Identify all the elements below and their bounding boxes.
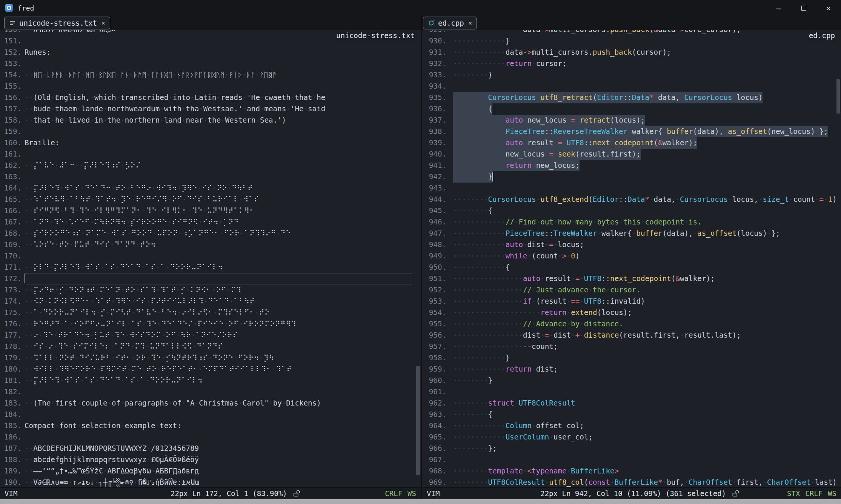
line-content <box>25 81 413 92</box>
whitespace-dot: · <box>453 421 458 430</box>
code-line[interactable]: 154.··ᚻᛖ·ᚳᚹᚫᚦ·ᚦᚫᛏ·ᚻᛖ·ᛒᚢᛞᛖ·ᚩᚾ·ᚦᚫᛗ·ᛚᚪᚾᛞᛖ·ᚾ… <box>0 69 421 81</box>
line-content: ··⠎⠊⠛⠝⠫·⠃⠹·⠹⠑·⠊⠇⠻⠛⠹⠍⠁⠝⠂·⠹⠑·⠊⠇⠻⠅⠂·⠹⠑·⠥⠝⠙⠻… <box>25 205 413 217</box>
code-line[interactable]: 168.··⡎⠊⠗⠕⠕⠛⠑⠰⠎·⠝⠁⠍⠑·⠺⠁⠎·⠛⠕⠕⠙·⠥⠏⠕⠝·⠰⡡⠁⠝⠛… <box>0 228 421 239</box>
code-line[interactable]: 190.··∀∂∈ℝ∧∪≡∞·↑↗↨↻⇣·┐┼╔╘░►☺♀·ﬁ�⑀₂ἠḂӥẄɐː… <box>0 477 421 487</box>
code-line[interactable]: 965.············UserColumn·user_col; <box>422 432 841 443</box>
code-line[interactable]: 951.················auto·result·=·UTF8::… <box>422 273 841 284</box>
code-line[interactable]: 179.··⠩⠁⠇⠇·⠝⠕⠞·⠙⠊⠌⠥⠗⠃·⠊⠞⠂·⠕⠗·⠹⠑·⡊⠳⠝⠞⠗⠹⠰⠎… <box>0 352 421 364</box>
code-line[interactable]: 967. <box>422 454 841 466</box>
code-line[interactable]: 157.··bude·thaem·lande·northweardum·with… <box>0 103 421 115</box>
code-line[interactable]: 170. <box>0 250 421 262</box>
code-line[interactable]: 177.··⠔·⠹⠑·⠞⠗⠁⠙⠑⠲·⡃⠥⠞·⠹⠑·⠺⠊⠎⠙⠕⠍·⠕⠋·⠳⠗·⠁⠝… <box>0 330 421 341</box>
code-line[interactable]: 947.············PieceTree::TreeWalker·wa… <box>422 228 841 239</box>
code-line[interactable]: 952.················//·Just·advance·the·… <box>422 284 841 296</box>
whitespace-dot: · <box>29 116 34 124</box>
code-line[interactable]: 186. <box>0 432 421 443</box>
code-line[interactable]: 966.········}; <box>422 443 841 454</box>
code-line[interactable]: 176.··⠗⠑⠛⠜⠙·⠁·⠊⠕⠋⠋⠔⠤⠝⠁⠊⠇·⠁⠎·⠹⠑·⠙⠑⠁⠙⠑⠌·⠏⠊… <box>0 318 421 330</box>
code-line[interactable]: 959.············return·dist; <box>422 364 841 375</box>
code-line[interactable]: 175.··⠁·⠙⠕⠕⠗⠤⠝⠁⠊⠇⠲·⡊·⠍⠊⠣⠞·⠙⠁⠧⠑·⠃⠑⠲·⠔⠊⠇⠔⠫… <box>0 307 421 318</box>
code-line[interactable]: 929.················data->multi_cursors.… <box>422 30 841 35</box>
code-line[interactable]: 173.··⡍⠔⠙⠖·⡊·⠙⠕⠝⠰⠞·⠍⠑⠁⠝·⠞⠕·⠎⠁⠹·⠹⠁⠞·⡊·⠅⠝⠪… <box>0 284 421 296</box>
right-scrollbar-thumb[interactable] <box>836 79 840 114</box>
code-line[interactable]: 159. <box>0 126 421 137</box>
code-line[interactable]: 936.········{ <box>422 103 841 115</box>
code-line[interactable]: 933.········} <box>422 69 841 81</box>
code-line[interactable]: 950.············{ <box>422 262 841 273</box>
code-line[interactable]: 161. <box>0 149 421 160</box>
code-line[interactable]: 939.············auto·result·=·UTF8::next… <box>422 137 841 149</box>
code-line[interactable]: 158.··that·he·lived·in·the·northern·land… <box>0 115 421 126</box>
code-line[interactable]: 189.··–—‘“”„†•…‰™œŠŸž€·ΑΒΓΔΩαβγδω·АБВГДа… <box>0 466 421 477</box>
code-line[interactable]: 169.··⠡⠕⠎⠑·⠞⠕·⠏⠥⠞·⠙⠊⠎·⠙⠁⠝⠙·⠞⠕⠲ <box>0 239 421 250</box>
code-line[interactable]: 960.········} <box>422 375 841 386</box>
code-line[interactable]: 945.········{ <box>422 205 841 217</box>
minimize-button[interactable]: – <box>766 0 791 16</box>
code-line[interactable]: 187.··ABCDEFGHIJKLMNOPQRSTUVWXYZ·/012345… <box>0 443 421 454</box>
right-scrollbar[interactable] <box>836 30 841 487</box>
left-scrollbar[interactable] <box>415 30 421 487</box>
unlock-icon[interactable] <box>732 490 740 497</box>
code-line[interactable]: 165.··⠱⠁⠞⠑⠧⠻·⠁⠃⠳⠞·⠹⠁⠞⠲·⡹⠑·⠗⠑⠛⠊⠌⠻·⠕⠋·⠙⠊⠎·… <box>0 194 421 205</box>
code-line[interactable]: 946.············//·Find·out·how·many·byt… <box>422 217 841 228</box>
code-line[interactable]: 174.··⠪⠝·⠅⠝⠪⠇⠫⠛⠑⠂·⠱⠁⠞·⠹⠻⠑·⠊⠎·⠏⠜⠞⠊⠊⠥⠇⠜⠇⠹·… <box>0 296 421 307</box>
code-line[interactable]: 961. <box>422 386 841 398</box>
code-line[interactable]: 935.········CursorLocus·utf8_retract(Edi… <box>422 92 841 103</box>
tab-close-icon[interactable]: ✕ <box>101 19 105 26</box>
left-scrollbar-thumb[interactable] <box>416 366 420 475</box>
code-line[interactable]: 954.····················return·extend(lo… <box>422 307 841 318</box>
left-editor[interactable]: 150.··እግርህን·በፍራሽህ·ልክ·ዘርጋ።151.152.Runes:1… <box>0 30 421 487</box>
code-line[interactable]: 941.············return·new_locus; <box>422 160 841 171</box>
code-line[interactable]: 934. <box>422 81 841 92</box>
tab-unicode-stress-txt[interactable]: unicode-stress.txt ✕ <box>4 17 110 29</box>
code-line[interactable]: 958.············} <box>422 352 841 364</box>
code-line[interactable]: 166.··⠎⠊⠛⠝⠫·⠃⠹·⠹⠑·⠊⠇⠻⠛⠹⠍⠁⠝⠂·⠹⠑·⠊⠇⠻⠅⠂·⠹⠑·… <box>0 205 421 217</box>
code-line[interactable]: 183.··(The·first·couple·of·paragraphs·of… <box>0 398 421 409</box>
code-line[interactable]: 164.··⡍⠜⠇⠑⠹·⠺⠁⠎·⠙⠑⠁⠙⠒·⠞⠕·⠃⠑⠛⠔·⠺⠊⠹⠲·⡹⠻⠑·⠊… <box>0 183 421 194</box>
code-line[interactable]: 968.········template·<typename·BufferLik… <box>422 466 841 477</box>
right-editor[interactable]: 929.················data->multi_cursors.… <box>422 30 841 487</box>
code-line[interactable]: 956.················dist·=·dist·+·distan… <box>422 330 841 341</box>
code-line[interactable]: 182. <box>0 386 421 398</box>
code-line[interactable]: 185.Compact·font·selection·example·text: <box>0 420 421 432</box>
code-line[interactable]: 184. <box>0 409 421 420</box>
code-line[interactable]: 957.················--count; <box>422 341 841 352</box>
code-line[interactable]: 172. <box>0 273 421 284</box>
code-line[interactable]: 932.············return·cursor; <box>422 58 841 69</box>
code-line[interactable]: 171.··⡕⠇⠙·⡍⠜⠇⠑⠹·⠺⠁⠎·⠁⠎·⠙⠑⠁⠙·⠁⠎·⠁·⠙⠕⠕⠗⠤⠝⠁… <box>0 262 421 273</box>
code-line[interactable]: 937.············auto·new_locus·=·retract… <box>422 115 841 126</box>
maximize-button[interactable] <box>791 0 816 16</box>
code-line[interactable]: 962.········struct·UTF8ColResult <box>422 398 841 409</box>
code-line[interactable]: 155. <box>0 81 421 92</box>
code-line[interactable]: 948.············auto·dist·=·locus; <box>422 239 841 250</box>
tab-close-icon[interactable]: ✕ <box>469 19 472 26</box>
code-line[interactable]: 156.··(Old·English,·which·transcribed·in… <box>0 92 421 103</box>
code-line[interactable]: 940.············new_locus·=·seek(result.… <box>422 149 841 160</box>
code-line[interactable]: 953.················if·(result·==·UTF8::… <box>422 296 841 307</box>
code-line[interactable]: 944.········CursorLocus·utf8_extend(Edit… <box>422 194 841 205</box>
unlock-icon[interactable] <box>293 490 301 497</box>
code-line[interactable]: 163. <box>0 171 421 183</box>
code-line[interactable]: 180.··⠺⠊⠇⠇·⠹⠻⠑⠋⠕⠗⠑·⠏⠻⠍⠊⠞·⠍⠑·⠞⠕·⠗⠑⠏⠑⠁⠞⠂·⠑… <box>0 364 421 375</box>
code-line[interactable]: 964.············Column·offset_col; <box>422 420 841 432</box>
code-line[interactable]: 181.··⡍⠜⠇⠑⠹·⠺⠁⠎·⠁⠎·⠙⠑⠁⠙·⠁⠎·⠁·⠙⠕⠕⠗⠤⠝⠁⠊⠇⠲ <box>0 375 421 386</box>
close-button[interactable]: ✕ <box>816 0 841 16</box>
code-line[interactable]: 949.············while·(count·>·0) <box>422 250 841 262</box>
code-line[interactable]: 955.················//·Advance·by·distan… <box>422 318 841 330</box>
code-line[interactable]: 167.··⠁⠝⠙·⠹⠑·⠡⠊⠑⠋·⠍⠳⠗⠝⠻⠲·⡎⠊⠗⠕⠕⠛⠑·⠎⠊⠛⠝⠫·⠊… <box>0 217 421 228</box>
code-line[interactable]: 188.··abcdefghijklmnopqrstuvwxyz·£©µÀÆÖÞ… <box>0 454 421 466</box>
code-line[interactable]: 969.········UTF8ColResult·utf8_col(const… <box>422 477 841 487</box>
code-line[interactable]: 153. <box>0 58 421 69</box>
code-line[interactable]: 963.········{ <box>422 409 841 420</box>
code-line[interactable]: 931.············data->multi_cursors.push… <box>422 47 841 58</box>
code-line[interactable]: 930.············} <box>422 35 841 47</box>
code-line[interactable]: 162.··⡌⠁⠧⠑·⠼⠁⠒··⡍⠜⠇⠑⠹⠰⠎·⡣⠕⠌ <box>0 160 421 171</box>
code-line[interactable]: 152.Runes: <box>0 47 421 58</box>
code-line[interactable]: 160.Braille: <box>0 137 421 149</box>
code-line[interactable]: 943. <box>422 183 841 194</box>
whitespace-dot: · <box>484 410 488 419</box>
code-line[interactable]: 942.········} <box>422 171 841 183</box>
code-line[interactable]: 938.············PieceTree::ReverseTreeWa… <box>422 126 841 137</box>
code-line[interactable]: 178.··⠊⠎·⠔·⠹⠑·⠎⠊⠍⠊⠇⠑⠆·⠁⠝⠙·⠍⠹·⠥⠝⠙⠁⠇⠇⠪⠫·⠙⠁… <box>0 341 421 352</box>
tab-ed-cpp[interactable]: ed.cpp ✕ <box>423 17 477 29</box>
